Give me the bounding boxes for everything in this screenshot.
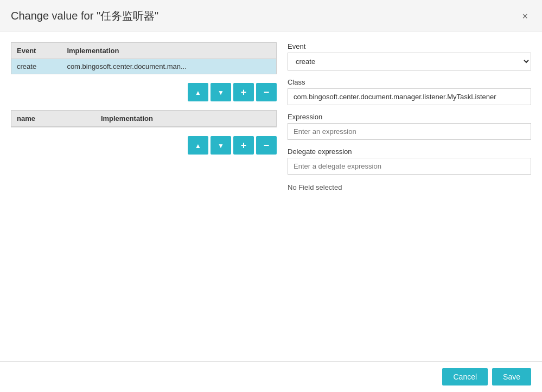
upper-remove-button[interactable] bbox=[256, 83, 277, 101]
event-group: Event create assignment complete delete bbox=[288, 42, 531, 70]
minus-icon-2 bbox=[264, 140, 270, 151]
table-row[interactable]: create com.bingosoft.center.document.man… bbox=[11, 59, 276, 74]
class-group: Class bbox=[288, 78, 531, 105]
cancel-button[interactable]: Cancel bbox=[442, 368, 488, 385]
row-implementation: com.bingosoft.center.document.man... bbox=[61, 59, 276, 74]
expression-input[interactable] bbox=[288, 123, 531, 140]
lower-move-down-button[interactable] bbox=[211, 136, 231, 155]
delegate-label: Delegate expression bbox=[288, 147, 531, 156]
upper-add-button[interactable] bbox=[233, 83, 254, 101]
dialog: Change value for "任务监听器" × Event Impleme… bbox=[0, 0, 542, 392]
dialog-body: Event Implementation create com.bingosof… bbox=[0, 31, 542, 362]
dialog-title: Change value for "任务监听器" bbox=[11, 9, 158, 23]
upper-table: Event Implementation create com.bingosof… bbox=[11, 43, 276, 74]
lower-table-wrapper: name Implementation bbox=[11, 110, 277, 127]
plus-icon bbox=[241, 87, 247, 98]
upper-col-implementation: Implementation bbox=[61, 43, 276, 59]
left-panel: Event Implementation create com.bingosof… bbox=[11, 42, 277, 350]
right-panel: Event create assignment complete delete … bbox=[288, 42, 531, 350]
lower-col-implementation: Implementation bbox=[95, 111, 276, 127]
lower-table: name Implementation bbox=[11, 111, 276, 127]
upper-col-event: Event bbox=[11, 43, 61, 59]
arrow-down-icon bbox=[218, 87, 224, 97]
arrow-up-icon-2 bbox=[195, 140, 201, 150]
close-button[interactable]: × bbox=[519, 10, 531, 22]
expression-group: Expression bbox=[288, 113, 531, 140]
lower-toolbar bbox=[11, 136, 277, 155]
row-event: create bbox=[11, 59, 61, 74]
expression-label: Expression bbox=[288, 113, 531, 121]
upper-move-down-button[interactable] bbox=[211, 83, 231, 101]
arrow-up-icon bbox=[195, 87, 201, 97]
arrow-down-icon-2 bbox=[218, 140, 224, 150]
upper-move-up-button[interactable] bbox=[188, 83, 208, 101]
dialog-header: Change value for "任务监听器" × bbox=[0, 0, 542, 31]
class-label: Class bbox=[288, 78, 531, 86]
no-field-text: No Field selected bbox=[288, 183, 531, 191]
event-label: Event bbox=[288, 42, 531, 50]
save-button[interactable]: Save bbox=[492, 368, 531, 385]
upper-table-body: create com.bingosoft.center.document.man… bbox=[11, 59, 276, 74]
dialog-footer: Cancel Save bbox=[0, 362, 542, 392]
delegate-group: Delegate expression bbox=[288, 147, 531, 175]
lower-col-name: name bbox=[11, 111, 95, 127]
lower-add-button[interactable] bbox=[233, 136, 254, 155]
minus-icon bbox=[264, 87, 270, 98]
delegate-input[interactable] bbox=[288, 158, 531, 175]
lower-move-up-button[interactable] bbox=[188, 136, 208, 155]
lower-remove-button[interactable] bbox=[256, 136, 277, 155]
class-input[interactable] bbox=[288, 88, 531, 105]
upper-toolbar bbox=[11, 83, 277, 101]
event-select[interactable]: create assignment complete delete bbox=[288, 53, 531, 70]
upper-table-wrapper: Event Implementation create com.bingosof… bbox=[11, 42, 277, 74]
plus-icon-2 bbox=[241, 140, 247, 151]
